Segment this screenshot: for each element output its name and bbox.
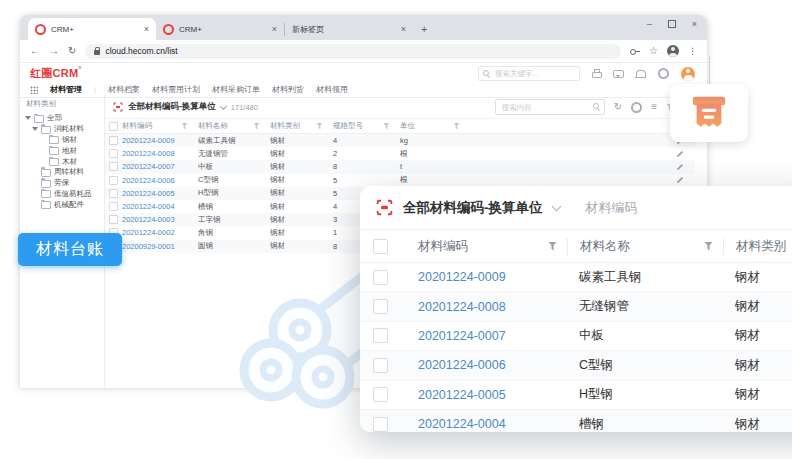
caret-icon[interactable] <box>32 127 38 131</box>
filter-icon[interactable] <box>181 123 188 130</box>
table-search-input[interactable] <box>500 102 590 113</box>
row-checkbox[interactable] <box>109 202 118 211</box>
edit-pencil-icon[interactable] <box>676 150 684 158</box>
select-all-checkbox[interactable] <box>373 239 388 254</box>
material-code-link[interactable]: 20201224-0002 <box>122 228 175 237</box>
table-row[interactable]: 20201224-0006C型钢钢材 <box>360 351 792 380</box>
popup-view-title[interactable]: 全部材料编码-换算单位 <box>403 199 543 217</box>
row-checkbox[interactable] <box>109 176 118 185</box>
columns-icon[interactable]: ≡ <box>651 102 657 112</box>
row-checkbox[interactable] <box>109 149 118 158</box>
filter-icon[interactable] <box>316 123 323 130</box>
edit-pencil-icon[interactable] <box>676 163 684 171</box>
row-checkbox[interactable] <box>373 417 388 432</box>
tree-item[interactable]: 消耗材料 <box>20 124 104 135</box>
tree-item[interactable]: 钢材 <box>20 135 104 146</box>
tree-item[interactable]: 低值易耗品 <box>20 189 104 200</box>
browser-menu-icon[interactable]: ⋮ <box>688 46 697 56</box>
browser-tab[interactable]: CRM+ × <box>156 18 284 40</box>
row-checkbox[interactable] <box>109 136 118 145</box>
table-row[interactable]: 20201224-0006C型钢钢材5根 <box>105 174 695 187</box>
nav-item[interactable]: 材料领用 <box>316 84 348 95</box>
minimize-button[interactable]: – <box>647 19 652 29</box>
forward-icon[interactable]: → <box>49 46 59 56</box>
filter-icon[interactable] <box>253 123 260 130</box>
bell-icon[interactable] <box>636 70 646 78</box>
table-row[interactable]: 20201224-0008无缝钢管钢材 <box>360 292 792 321</box>
nav-item[interactable]: 材料需用计划 <box>152 84 200 95</box>
table-row[interactable]: 20201224-0009碳素工具钢钢材4kg <box>105 134 695 147</box>
row-checkbox[interactable] <box>373 299 388 314</box>
table-row[interactable]: 20201224-0007中板钢材 <box>360 322 792 351</box>
browser-profile-avatar[interactable] <box>667 45 679 57</box>
table-row[interactable]: 20201224-0009碳素工具钢钢材 <box>360 263 792 292</box>
material-code-link[interactable]: 20201224-0005 <box>122 189 175 198</box>
nav-item[interactable]: 材料采购订单 <box>212 84 260 95</box>
view-title[interactable]: 全部材料编码-换算单位 <box>128 101 216 113</box>
tab-close-icon[interactable]: × <box>144 25 149 34</box>
material-code-link[interactable]: 20201224-0008 <box>122 149 175 158</box>
row-checkbox[interactable] <box>373 270 388 285</box>
maximize-button[interactable] <box>668 20 676 28</box>
new-tab-button[interactable]: + <box>421 23 427 35</box>
window-close-button[interactable]: × <box>692 19 697 29</box>
print-icon[interactable] <box>592 70 601 77</box>
global-search[interactable] <box>478 66 580 81</box>
row-checkbox[interactable] <box>373 358 388 373</box>
chevron-down-icon[interactable] <box>220 102 227 109</box>
material-code-link[interactable]: 20201224-0006 <box>418 358 506 372</box>
tab-close-icon[interactable]: × <box>401 25 406 34</box>
refresh-icon[interactable]: ↻ <box>614 102 622 112</box>
material-code-link[interactable]: 20201224-0009 <box>418 270 506 284</box>
select-all-checkbox[interactable] <box>109 122 118 131</box>
table-row[interactable]: 20201224-0005H型钢钢材 <box>360 381 792 410</box>
tree-item[interactable]: 地材 <box>20 145 104 156</box>
tree-item[interactable]: 木材 <box>20 156 104 167</box>
browser-tab-newpage[interactable]: 新标签页 × <box>285 18 413 40</box>
row-checkbox[interactable] <box>109 215 118 224</box>
table-row[interactable]: 20201224-0008无缝钢管钢材2根 <box>105 147 695 160</box>
row-checkbox[interactable] <box>373 387 388 402</box>
material-code-link[interactable]: 20201224-0006 <box>122 176 175 185</box>
edit-pencil-icon[interactable] <box>676 176 684 184</box>
nav-item[interactable]: 材料到货 <box>272 84 304 95</box>
settings-icon[interactable] <box>631 102 642 113</box>
material-code-link[interactable]: 20201224-0004 <box>122 202 175 211</box>
row-checkbox[interactable] <box>109 189 118 198</box>
table-search[interactable] <box>495 99 605 115</box>
material-code-link[interactable]: 20200929-0001 <box>122 242 175 251</box>
nav-item[interactable]: 材料档案 <box>108 84 140 95</box>
material-code-link[interactable]: 20201224-0009 <box>122 136 175 145</box>
table-row[interactable]: 20201224-0007中板钢材8t <box>105 160 695 173</box>
reload-icon[interactable]: ↻ <box>68 46 76 56</box>
app-grid-icon[interactable] <box>30 86 38 94</box>
chevron-down-icon[interactable] <box>551 201 561 211</box>
filter-icon[interactable] <box>704 242 713 251</box>
row-checkbox[interactable] <box>109 162 118 171</box>
material-code-link[interactable]: 20201224-0007 <box>122 162 175 171</box>
back-icon[interactable]: ← <box>30 46 40 56</box>
material-code-link[interactable]: 20201224-0007 <box>418 329 506 343</box>
tree-item-all[interactable]: 全部 <box>20 113 104 124</box>
tree-item[interactable]: 机械配件 <box>20 199 104 210</box>
table-row[interactable]: 20201224-0004槽钢钢材 <box>360 410 792 432</box>
filter-icon[interactable] <box>453 123 460 130</box>
material-code-link[interactable]: 20201224-0003 <box>122 215 175 224</box>
filter-icon[interactable] <box>383 123 390 130</box>
material-code-link[interactable]: 20201224-0008 <box>418 300 506 314</box>
bookmark-star-icon[interactable]: ☆ <box>649 46 658 56</box>
caret-icon[interactable] <box>25 116 31 120</box>
tree-item[interactable]: 周转材料 <box>20 167 104 178</box>
gear-icon[interactable] <box>658 68 669 79</box>
message-icon[interactable] <box>613 70 624 78</box>
nav-item-active[interactable]: 材料管理 <box>50 84 82 95</box>
material-code-link[interactable]: 20201224-0004 <box>418 417 506 431</box>
user-avatar[interactable] <box>681 67 695 81</box>
global-search-input[interactable] <box>493 68 575 79</box>
address-bar[interactable]: cloud.hecom.cn/list <box>85 44 621 59</box>
browser-tab-active[interactable]: CRM+ × <box>28 18 156 40</box>
filter-icon[interactable] <box>548 242 557 251</box>
key-icon[interactable] <box>630 49 640 54</box>
tab-close-icon[interactable]: × <box>272 25 277 34</box>
material-code-link[interactable]: 20201224-0005 <box>418 388 506 402</box>
